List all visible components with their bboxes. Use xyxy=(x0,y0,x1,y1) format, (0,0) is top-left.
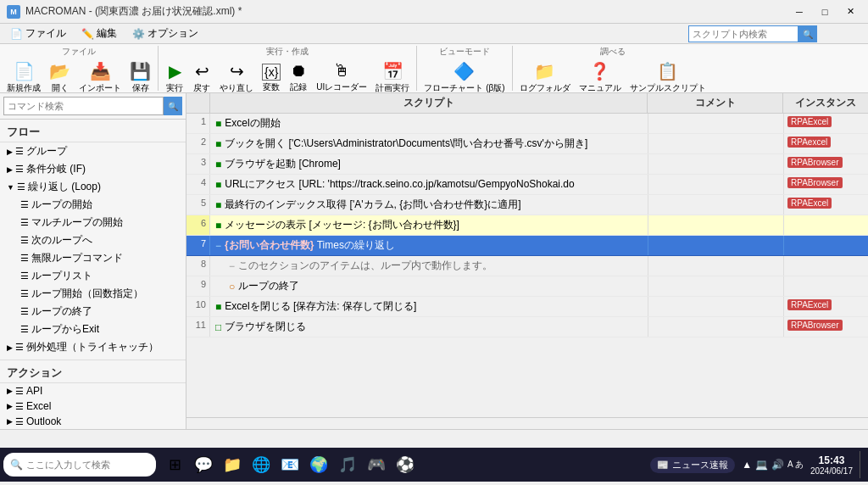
statusbar xyxy=(0,429,868,448)
toolbar-search-button[interactable]: 🔍 xyxy=(798,25,817,42)
sidebar-item-multi-loop[interactable]: ☰ マルチループの開始 xyxy=(0,214,186,231)
table-row[interactable]: 7 − {お問い合わせ件数} Timesの繰り返し xyxy=(186,236,868,256)
close-button[interactable]: ✕ xyxy=(839,4,861,20)
menu-options[interactable]: ⚙️ オプション xyxy=(125,25,205,42)
taskbar-icon-chat[interactable]: 💬 xyxy=(190,451,217,478)
row-type-icon: ■ xyxy=(215,199,221,211)
table-row[interactable]: 4 ■ URLにアクセス [URL: 'https://track.seino.… xyxy=(186,175,868,195)
taskbar-icon-explorer[interactable]: 📁 xyxy=(219,451,246,478)
expand-icon: ▶ xyxy=(7,148,13,156)
table-row[interactable]: 6 ■ メッセージの表示 [メッセージ: {お問い合わせ件数}] xyxy=(186,215,868,236)
taskbar-search-input[interactable] xyxy=(26,460,145,470)
sidebar-item-loop-exit[interactable]: ☰ ループからExit xyxy=(0,321,186,338)
undo-label: 戻す xyxy=(193,82,210,94)
taskbar-icon-chrome[interactable]: 🌍 xyxy=(305,451,332,478)
script-body[interactable]: 1 ■ Excelの開始 RPAExcel 2 ■ ブックを開く ['C:\Us… xyxy=(186,114,868,417)
row-content: ■ ブラウザを起動 [Chrome] xyxy=(210,154,648,174)
menu-edit[interactable]: ✏️ 編集 xyxy=(75,25,124,42)
toolbar-ui-recorder-button[interactable]: 🖱 UIレコーダー xyxy=(313,59,370,96)
sidebar-item-loop-count[interactable]: ☰ ループ開始（回数指定） xyxy=(0,285,186,303)
row-comment xyxy=(648,276,783,296)
sidebar-item-excel[interactable]: ▶ ☰ Excel xyxy=(0,399,186,414)
row-instance: RPABrowser xyxy=(783,317,868,337)
toolbar-sample-button[interactable]: 📋 サンプルスクリプト xyxy=(626,59,709,96)
save-icon: 💾 xyxy=(130,61,151,81)
taskbar-icon-edge[interactable]: 🌐 xyxy=(248,451,275,478)
row-comment xyxy=(648,114,783,133)
toolbar-undo-button[interactable]: ↩ 戻す xyxy=(189,59,214,96)
script-col-header-script: スクリプト xyxy=(210,93,648,113)
table-row[interactable]: 3 ■ ブラウザを起動 [Chrome] RPABrowser xyxy=(186,154,868,175)
row-content: ■ Excelを閉じる [保存方法: 保存して閉じる] xyxy=(210,297,648,316)
taskbar-icon-game[interactable]: 🎮 xyxy=(363,451,390,478)
sidebar-item-next-loop[interactable]: ☰ 次のループへ xyxy=(0,231,186,249)
menu-file[interactable]: 📄 ファイル xyxy=(3,25,73,42)
toolbar-plan-run-button[interactable]: 📅 計画実行 xyxy=(372,59,413,96)
sidebar-item-loop-end[interactable]: ☰ ループの終了 xyxy=(0,303,186,321)
sidebar-item-group[interactable]: ▶ ☰ グループ xyxy=(0,142,186,160)
toolbar-new-button[interactable]: 📄 新規作成 xyxy=(3,59,44,96)
show-desktop-button[interactable] xyxy=(860,451,865,478)
toolbar-save-button[interactable]: 💾 保存 xyxy=(126,59,154,96)
sidebar-item-label: ループからExit xyxy=(31,322,99,337)
options-menu-icon: ⚙️ xyxy=(132,28,145,40)
toolbar-section-viewmode: ビューモード 🔷 フローチャート (β版) xyxy=(417,46,512,91)
toolbar-manual-button[interactable]: ❓ マニュアル xyxy=(576,59,625,96)
loop-exit-icon: ☰ xyxy=(20,324,29,335)
tray-chevron[interactable]: ▲ xyxy=(742,459,752,471)
toolbar-redo-button[interactable]: ↪ やり直し xyxy=(216,59,257,96)
sidebar-item-loop[interactable]: ▼ ☰ 繰り返し (Loop) xyxy=(0,178,186,196)
row-comment xyxy=(648,297,783,316)
record-label: 記録 xyxy=(290,81,307,93)
taskbar-icon-music[interactable]: 🎵 xyxy=(334,451,361,478)
sidebar-item-trycatch[interactable]: ▶ ☰ 例外処理（トライキャッチ） xyxy=(0,338,186,356)
sidebar-item-api[interactable]: ▶ ☰ API xyxy=(0,383,186,399)
main-area: 🔍 フロー ▶ ☰ グループ ▶ ☰ 条件分岐 (IF) ▼ ☰ 繰り返し (L… xyxy=(0,93,868,429)
row-instance: RPAExcel xyxy=(783,114,868,133)
sidebar-item-loop-list[interactable]: ☰ ループリスト xyxy=(0,267,186,285)
row-instance xyxy=(783,256,868,276)
loop-count-icon: ☰ xyxy=(20,288,29,299)
table-row[interactable]: 5 ■ 最終行のインデックス取得 ['A'カラム, {お問い合わせ件数}に適用]… xyxy=(186,195,868,215)
table-row[interactable]: 1 ■ Excelの開始 RPAExcel xyxy=(186,114,868,134)
taskbar-search-area[interactable]: 🔍 xyxy=(3,453,156,477)
sidebar-item-if[interactable]: ▶ ☰ 条件分岐 (IF) xyxy=(0,160,186,178)
api-icon: ☰ xyxy=(15,386,24,397)
row-type-icon: ■ xyxy=(215,159,221,170)
toolbar-record-button[interactable]: ⏺ 記録 xyxy=(286,59,311,96)
table-row[interactable]: 11 □ ブラウザを閉じる RPABrowser xyxy=(186,317,868,337)
sidebar-search-button[interactable]: 🔍 xyxy=(164,97,182,115)
manual-label: マニュアル xyxy=(579,82,621,94)
toolbar-import-button[interactable]: 📥 インポート xyxy=(75,59,125,96)
menubar: 📄 ファイル ✏️ 編集 ⚙️ オプション 🔍 xyxy=(0,24,868,44)
sidebar-item-outlook[interactable]: ▶ ☰ Outlook xyxy=(0,414,186,429)
row-content: ○ ループの終了 xyxy=(210,276,648,296)
table-row[interactable]: 10 ■ Excelを閉じる [保存方法: 保存して閉じる] RPAExcel xyxy=(186,297,868,317)
maximize-button[interactable]: □ xyxy=(814,4,836,20)
taskbar-icon-mail[interactable]: 📧 xyxy=(276,451,303,478)
toolbar-run-button[interactable]: ▶ 実行 xyxy=(162,59,187,96)
sidebar-item-loop-start[interactable]: ☰ ループの開始 xyxy=(0,196,186,214)
script-scrollbar[interactable] xyxy=(186,417,868,429)
toolbar-flowchart-button[interactable]: 🔷 フローチャート (β版) xyxy=(420,59,508,96)
minimize-button[interactable]: ─ xyxy=(788,4,810,20)
toolbar-var-button[interactable]: {x} 変数 xyxy=(259,59,284,96)
toolbar-search-input[interactable] xyxy=(688,25,798,42)
group-icon: ☰ xyxy=(15,146,24,157)
run-icon: ▶ xyxy=(169,61,181,81)
sidebar-item-infinite-loop[interactable]: ☰ 無限ループコマンド xyxy=(0,249,186,267)
toolbar-open-button[interactable]: 📂 開く xyxy=(46,59,74,96)
table-row[interactable]: 8 − このセクションのアイテムは、ループ内で動作します。 xyxy=(186,256,868,276)
table-row[interactable]: 9 ○ ループの終了 xyxy=(186,276,868,297)
row-number: 5 xyxy=(186,195,210,215)
tray-icon-network: 💻 xyxy=(755,459,768,471)
toolbar-logfolder-button[interactable]: 📁 ログフォルダ xyxy=(516,59,574,96)
table-row[interactable]: 2 ■ ブックを開く ['C:\Users\Administrator\Docu… xyxy=(186,134,868,154)
expand-icon: ▼ xyxy=(7,183,14,192)
var-icon: {x} xyxy=(262,64,281,81)
taskbar-icon-app[interactable]: ⚽ xyxy=(392,451,419,478)
sidebar-search-input[interactable] xyxy=(3,97,164,115)
taskbar-news[interactable]: 📰 ニュース速報 xyxy=(650,457,735,473)
save-label: 保存 xyxy=(132,82,149,94)
taskbar-icon-windows[interactable]: ⊞ xyxy=(161,451,188,478)
